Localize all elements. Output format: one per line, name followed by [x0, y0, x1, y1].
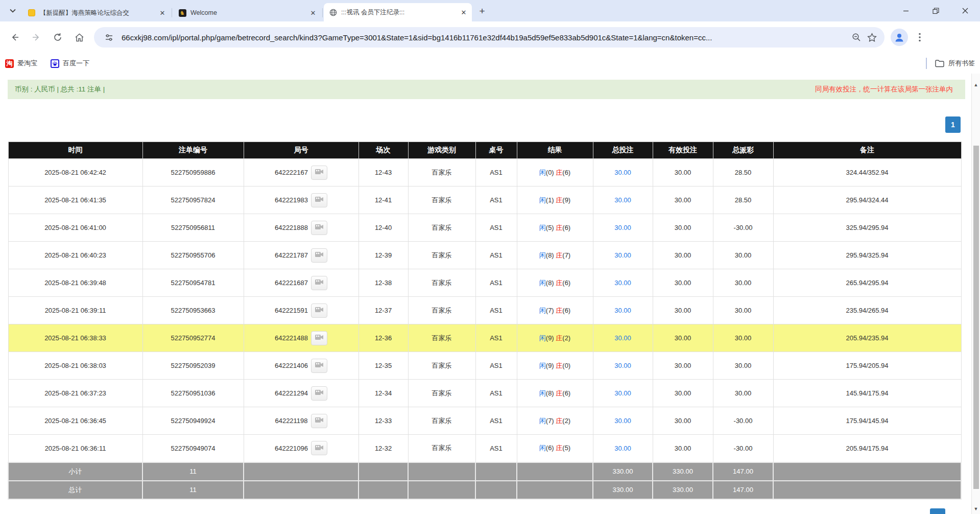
film-icon: [315, 388, 324, 398]
cell-total-bet[interactable]: 30.00: [593, 214, 653, 242]
cell-payout: -30.00: [713, 435, 773, 462]
cell-total-bet[interactable]: 30.00: [593, 269, 653, 297]
video-replay-button[interactable]: [311, 303, 327, 318]
bookmark-star-icon[interactable]: [864, 30, 879, 45]
forward-icon[interactable]: [27, 28, 46, 47]
browser-menu-kebab-icon[interactable]: [912, 30, 927, 45]
summary-valid-bet: 330.00: [653, 462, 713, 481]
cell-time: 2025-08-21 06:37:23: [8, 380, 142, 407]
video-replay-button[interactable]: [311, 276, 327, 290]
tab-bet-records-active[interactable]: :::视讯 会员下注纪录::: ✕: [324, 3, 472, 21]
video-replay-button[interactable]: [311, 414, 327, 428]
video-replay-button[interactable]: [311, 331, 327, 345]
video-replay-button[interactable]: [311, 221, 327, 235]
video-replay-button[interactable]: [311, 166, 327, 180]
cell-total-bet[interactable]: 30.00: [593, 352, 653, 380]
scroll-up-arrow-icon[interactable]: ▲: [972, 81, 980, 89]
total-bet-link: 30.00: [614, 251, 631, 259]
cell-total-bet[interactable]: 30.00: [593, 324, 653, 352]
cell-total-bet[interactable]: 30.00: [593, 435, 653, 462]
restore-button[interactable]: [921, 0, 950, 21]
video-replay-button[interactable]: [311, 386, 327, 401]
cell-total-bet[interactable]: 30.00: [593, 297, 653, 324]
cell-payout: -30.00: [713, 407, 773, 435]
table-footer: 小计11330.00330.00147.00总计11330.00330.0014…: [8, 462, 961, 499]
minimize-button[interactable]: [891, 0, 921, 21]
cell-total-bet[interactable]: 30.00: [593, 159, 653, 186]
cell-round: 642221488: [244, 324, 358, 352]
cell-total-bet[interactable]: 30.00: [593, 186, 653, 214]
cell-valid-bet: 30.00: [653, 242, 713, 269]
video-replay-button[interactable]: [311, 248, 327, 263]
cell-total-bet[interactable]: 30.00: [593, 407, 653, 435]
vertical-scrollbar[interactable]: ▲ ▼: [971, 74, 980, 514]
header-time: 时间: [8, 142, 142, 159]
header-bet-id: 注单编号: [142, 142, 244, 159]
cell-remark: 175.94/145.94: [773, 407, 961, 435]
bookmark-baidu[interactable]: 百度一下: [51, 59, 89, 68]
cell-total-bet[interactable]: 30.00: [593, 242, 653, 269]
summary-payout: 147.00: [713, 462, 773, 481]
cell-remark: 324.44/352.94: [773, 159, 961, 186]
cell-game-type: 百家乐: [408, 214, 475, 242]
video-replay-button[interactable]: [311, 359, 327, 373]
cell-round: 642221687: [244, 269, 358, 297]
notice-text: 同局有效投注，统一计算在该局第一张注单内: [815, 85, 953, 94]
url-text[interactable]: 66cxkj98.com/ipl/portal.php/game/betreco…: [122, 33, 849, 42]
cell-result: 闲(7) 庄(6): [517, 297, 593, 324]
tab-close-icon[interactable]: ✕: [460, 8, 468, 16]
video-replay-button[interactable]: [311, 193, 327, 207]
cell-table-no: AS1: [475, 269, 517, 297]
scroll-down-arrow-icon[interactable]: ▼: [972, 505, 980, 513]
new-tab-button[interactable]: +: [475, 4, 489, 18]
window-controls: [891, 0, 980, 21]
tab-forum[interactable]: 【新提醒】海燕策略论坛综合交 ✕: [22, 4, 171, 21]
cell-round: 642221198: [244, 407, 358, 435]
cell-result: 闲(7) 庄(2): [517, 407, 593, 435]
cell-session: 12-37: [358, 297, 408, 324]
cell-remark: 295.94/325.94: [773, 242, 961, 269]
tab-search-chevron-icon[interactable]: [4, 2, 21, 19]
header-valid-bet: 有效投注: [653, 142, 713, 159]
cell-game-type: 百家乐: [408, 352, 475, 380]
cell-valid-bet: 30.00: [653, 159, 713, 186]
video-replay-button[interactable]: [311, 441, 327, 455]
site-settings-tune-icon[interactable]: [101, 30, 116, 45]
scrollbar-thumb[interactable]: [973, 146, 979, 489]
film-icon: [315, 416, 324, 426]
cell-session: 12-41: [358, 186, 408, 214]
cell-valid-bet: 30.00: [653, 214, 713, 242]
bookmark-taobao[interactable]: 淘 爱淘宝: [5, 59, 37, 68]
folder-icon: [935, 60, 944, 67]
pagination-page-1-button[interactable]: 1: [945, 116, 961, 133]
cell-bet-id: 522750957824: [142, 186, 244, 214]
cell-result: 闲(0) 庄(6): [517, 159, 593, 186]
cell-valid-bet: 30.00: [653, 297, 713, 324]
taobao-icon: 淘: [5, 59, 14, 68]
tab-close-icon[interactable]: ✕: [158, 9, 166, 17]
film-icon: [315, 168, 324, 177]
bottom-pagination-button[interactable]: 1: [930, 508, 945, 514]
back-icon[interactable]: [5, 28, 25, 47]
cell-result: 闲(9) 庄(2): [517, 324, 593, 352]
tab-close-icon[interactable]: ✕: [309, 9, 317, 17]
bookmark-label: 爱淘宝: [17, 59, 37, 68]
cell-round: 642222167: [244, 159, 358, 186]
profile-avatar[interactable]: [891, 29, 908, 46]
close-window-button[interactable]: [950, 0, 980, 21]
cell-table-no: AS1: [475, 242, 517, 269]
url-bar[interactable]: 66cxkj98.com/ipl/portal.php/game/betreco…: [94, 27, 885, 48]
tab-welcome[interactable]: ♞ Welcome ✕: [173, 4, 321, 21]
cell-total-bet[interactable]: 30.00: [593, 380, 653, 407]
cell-result: 闲(8) 庄(6): [517, 380, 593, 407]
bet-records-table: 时间 注单编号 局号 场次 游戏类别 桌号 结果 总投注 有效投注 总派彩 备注…: [8, 142, 962, 500]
baidu-paw-icon: [51, 59, 59, 68]
cell-result: 闲(5) 庄(6): [517, 214, 593, 242]
zoom-out-icon[interactable]: [849, 30, 864, 45]
reload-icon[interactable]: [48, 28, 67, 47]
all-bookmarks-button[interactable]: 所有书签: [935, 59, 975, 68]
round-number: 642221787: [275, 251, 308, 259]
home-icon[interactable]: [69, 28, 89, 47]
cell-payout: 30.00: [713, 297, 773, 324]
total-bet-link: 30.00: [614, 445, 631, 452]
